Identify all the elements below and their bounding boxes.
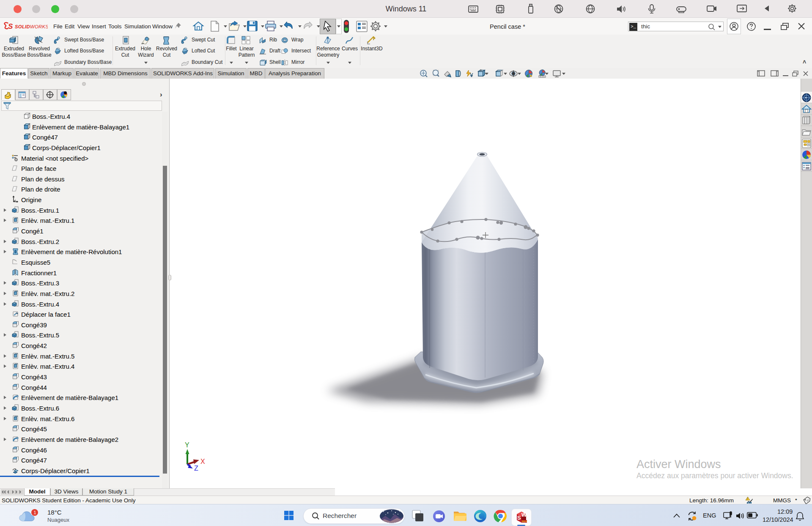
svg-text:W: W [521, 512, 527, 518]
svg-text:SOLIDWORKS: SOLIDWORKS [15, 24, 48, 29]
svg-text:Z: Z [194, 465, 198, 472]
svg-text:X: X [200, 458, 205, 465]
svg-text:Accédez aux paramètres pour ac: Accédez aux paramètres pour activer Wind… [636, 471, 793, 480]
svg-text:S: S [8, 22, 13, 30]
svg-text:Activer Windows: Activer Windows [636, 458, 721, 471]
svg-text:1: 1 [34, 510, 36, 515]
svg-text:Y: Y [185, 441, 189, 449]
svg-text:!: ! [747, 497, 748, 500]
svg-text:2024: 2024 [522, 520, 527, 523]
svg-text:S: S [517, 515, 521, 521]
